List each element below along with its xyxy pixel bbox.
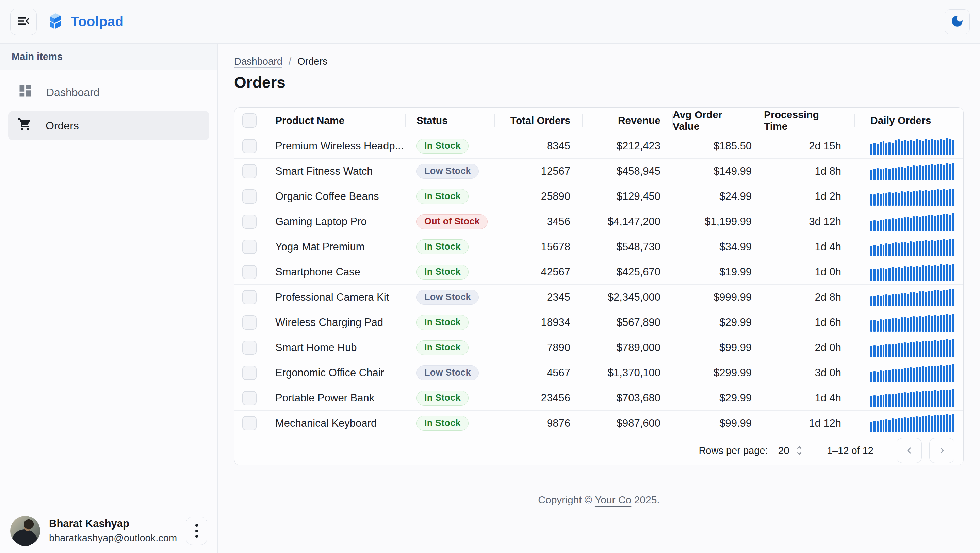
table-row[interactable]: Ergonomic Office Chair Low Stock 4567 $1… bbox=[234, 360, 963, 386]
revenue-cell: $2,345,000 bbox=[582, 291, 673, 303]
row-checkbox[interactable] bbox=[242, 164, 256, 178]
column-header-total[interactable]: Total Orders bbox=[495, 108, 582, 133]
table-row[interactable]: Smart Home Hub In Stock 7890 $789,000 $9… bbox=[234, 335, 963, 360]
next-page-button[interactable] bbox=[929, 438, 955, 463]
status-badge: In Stock bbox=[417, 189, 469, 204]
status-badge: In Stock bbox=[417, 315, 469, 330]
row-checkbox[interactable] bbox=[242, 366, 256, 380]
table-row[interactable]: Yoga Mat Premium In Stock 15678 $548,730… bbox=[234, 234, 963, 260]
row-checkbox-cell bbox=[234, 209, 264, 234]
rows-per-page-value[interactable]: 20 bbox=[778, 445, 789, 456]
row-checkbox[interactable] bbox=[242, 341, 256, 355]
status-cell: In Stock bbox=[406, 340, 495, 355]
row-checkbox[interactable] bbox=[242, 416, 256, 430]
table-row[interactable]: Smartphone Case In Stock 42567 $425,670 … bbox=[234, 260, 963, 285]
copyright-footer: Copyright © Your Co 2025. bbox=[234, 494, 964, 506]
row-checkbox[interactable] bbox=[242, 391, 256, 405]
orders-table: Product Name Status Total Orders Revenue… bbox=[234, 107, 964, 465]
user-texts: Bharat Kashyap bharatkashyap@outlook.com bbox=[49, 518, 177, 544]
table-pagination: Rows per page: 20 1–12 of 12 bbox=[234, 436, 963, 465]
row-checkbox[interactable] bbox=[242, 189, 256, 204]
status-badge: In Stock bbox=[417, 239, 469, 254]
status-cell: In Stock bbox=[406, 265, 495, 280]
status-cell: In Stock bbox=[406, 139, 495, 154]
status-badge: In Stock bbox=[417, 139, 469, 154]
daily-orders-sparkline bbox=[870, 364, 954, 382]
avg-order-value-cell: $99.99 bbox=[673, 417, 764, 429]
processing-time-cell: 1d 6h bbox=[764, 316, 855, 328]
revenue-cell: $425,670 bbox=[582, 266, 673, 278]
dark-mode-toggle-button[interactable] bbox=[945, 9, 970, 34]
status-badge: Out of Stock bbox=[417, 214, 488, 229]
avg-order-value-cell: $29.99 bbox=[673, 392, 764, 404]
sidebar-item-orders[interactable]: Orders bbox=[8, 111, 209, 140]
row-checkbox[interactable] bbox=[242, 139, 256, 153]
table-body: Premium Wireless Headp... In Stock 8345 … bbox=[234, 134, 963, 436]
row-checkbox-cell bbox=[234, 285, 264, 309]
row-checkbox[interactable] bbox=[242, 215, 256, 229]
unfold-more-icon bbox=[794, 445, 805, 456]
company-link[interactable]: Your Co bbox=[595, 494, 631, 505]
table-row[interactable]: Mechanical Keyboard In Stock 9876 $987,6… bbox=[234, 411, 963, 436]
daily-orders-cell bbox=[855, 313, 963, 331]
product-name-cell: Premium Wireless Headp... bbox=[264, 140, 406, 152]
status-badge: In Stock bbox=[417, 416, 469, 431]
user-menu-button[interactable] bbox=[186, 516, 207, 545]
table-row[interactable]: Organic Coffee Beans In Stock 25890 $129… bbox=[234, 184, 963, 209]
daily-orders-sparkline bbox=[870, 389, 954, 407]
app-bar: Toolpad bbox=[0, 0, 980, 44]
revenue-cell: $703,680 bbox=[582, 392, 673, 404]
table-row[interactable]: Professional Camera Kit Low Stock 2345 $… bbox=[234, 285, 963, 310]
app-title: Toolpad bbox=[71, 14, 124, 29]
sidebar-section-header: Main items bbox=[0, 44, 218, 70]
avg-order-value-cell: $999.99 bbox=[673, 291, 764, 303]
processing-time-cell: 1d 12h bbox=[764, 417, 855, 429]
previous-page-button[interactable] bbox=[897, 438, 922, 463]
table-row[interactable]: Smart Fitness Watch Low Stock 12567 $458… bbox=[234, 159, 963, 184]
copyright-suffix: 2025. bbox=[631, 494, 659, 505]
rows-per-page-stepper[interactable] bbox=[794, 445, 805, 456]
avg-order-value-cell: $99.99 bbox=[673, 341, 764, 354]
column-header-processing[interactable]: Processing Time bbox=[764, 108, 855, 133]
column-header-status[interactable]: Status bbox=[406, 108, 495, 133]
table-row[interactable]: Wireless Charging Pad In Stock 18934 $56… bbox=[234, 310, 963, 335]
row-checkbox[interactable] bbox=[242, 315, 256, 330]
brand[interactable]: Toolpad bbox=[47, 11, 124, 32]
processing-time-cell: 1d 0h bbox=[764, 266, 855, 278]
user-name: Bharat Kashyap bbox=[49, 518, 177, 530]
table-row[interactable]: Premium Wireless Headp... In Stock 8345 … bbox=[234, 134, 963, 159]
status-badge: In Stock bbox=[417, 265, 469, 280]
status-cell: Low Stock bbox=[406, 365, 495, 380]
row-checkbox[interactable] bbox=[242, 290, 256, 304]
product-name-cell: Portable Power Bank bbox=[264, 392, 406, 404]
row-checkbox-cell bbox=[234, 335, 264, 360]
avg-order-value-cell: $299.99 bbox=[673, 367, 764, 379]
column-header-daily[interactable]: Daily Orders bbox=[855, 108, 963, 133]
daily-orders-sparkline bbox=[870, 238, 954, 256]
column-header-aov[interactable]: Avg Order Value bbox=[673, 108, 764, 133]
revenue-cell: $548,730 bbox=[582, 241, 673, 253]
sidebar-section-label: Main items bbox=[11, 51, 63, 62]
row-checkbox[interactable] bbox=[242, 265, 256, 279]
status-badge: In Stock bbox=[417, 390, 469, 406]
table-row[interactable]: Portable Power Bank In Stock 23456 $703,… bbox=[234, 386, 963, 411]
dashboard-icon bbox=[18, 83, 33, 101]
processing-time-cell: 2d 0h bbox=[764, 341, 855, 354]
collapse-sidebar-button[interactable] bbox=[10, 8, 37, 35]
breadcrumb-link-dashboard[interactable]: Dashboard bbox=[234, 56, 282, 67]
sidebar-item-dashboard[interactable]: Dashboard bbox=[8, 78, 209, 107]
column-header-revenue[interactable]: Revenue bbox=[582, 108, 673, 133]
table-row[interactable]: Gaming Laptop Pro Out of Stock 3456 $4,1… bbox=[234, 209, 963, 234]
product-name-cell: Smart Home Hub bbox=[264, 341, 406, 354]
product-name-cell: Smartphone Case bbox=[264, 266, 406, 278]
revenue-cell: $789,000 bbox=[582, 341, 673, 354]
header-checkbox-cell bbox=[234, 108, 264, 133]
breadcrumb: Dashboard / Orders bbox=[234, 56, 964, 67]
main-content: Dashboard / Orders Orders Product Name S… bbox=[218, 44, 980, 553]
select-all-checkbox[interactable] bbox=[242, 113, 256, 128]
status-cell: In Stock bbox=[406, 390, 495, 406]
column-header-product[interactable]: Product Name bbox=[264, 108, 406, 133]
status-cell: Low Stock bbox=[406, 164, 495, 179]
row-checkbox[interactable] bbox=[242, 240, 256, 254]
sidebar: Main items Dashboard Orders Bharat Kashy… bbox=[0, 44, 218, 553]
